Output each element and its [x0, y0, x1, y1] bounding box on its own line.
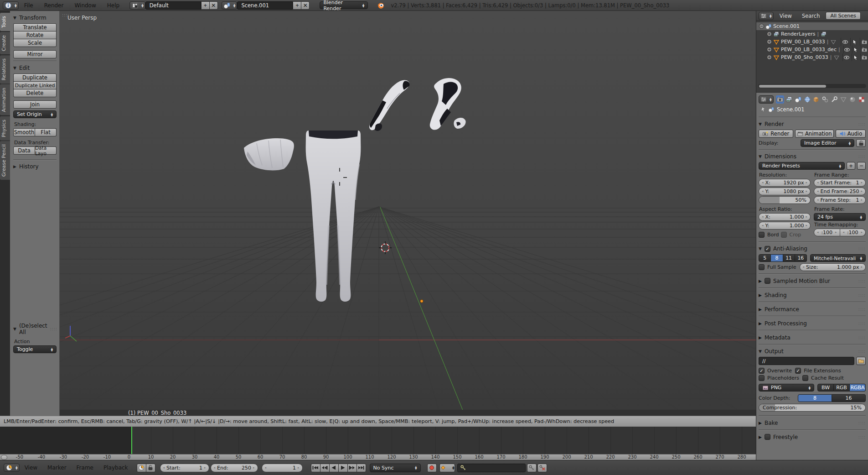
collapse-icon[interactable]: −: [759, 24, 764, 29]
pin-icon[interactable]: [760, 106, 766, 113]
selectable-cursor-icon[interactable]: [852, 54, 859, 61]
frame-rate-select[interactable]: 24 fps ▲▼: [814, 213, 866, 221]
aa-samples-8[interactable]: 8: [771, 254, 783, 262]
remap-old-field[interactable]: ◂:100▸: [814, 229, 840, 236]
menu-file[interactable]: File: [19, 2, 39, 9]
panel-grip-icon[interactable]: ::::: [858, 349, 866, 354]
delete-keyframe-button[interactable]: [537, 464, 547, 472]
panel-grip-icon[interactable]: ::::: [858, 154, 866, 159]
menu-help[interactable]: Help: [102, 2, 125, 9]
data-transfer-layout-button[interactable]: Data Layo: [35, 146, 57, 155]
aspect-y-field[interactable]: ◂Y: 1.000▸: [759, 222, 811, 230]
expand-icon[interactable]: +: [767, 31, 772, 37]
freestyle-checkbox[interactable]: [765, 434, 770, 440]
panel-grip-icon[interactable]: ::::: [858, 335, 866, 340]
color-mode-rgb[interactable]: RGB: [834, 384, 850, 391]
timeline-scrollbar-knob[interactable]: [1, 455, 7, 460]
render-animation-button[interactable]: Animation: [795, 130, 834, 138]
color-mode-rgba[interactable]: RGBA: [850, 384, 866, 391]
editor-type-button[interactable]: ▲▼: [3, 1, 19, 10]
full-sample-checkbox[interactable]: Full Sample: [759, 263, 796, 271]
panel-header-dimensions[interactable]: ▼ Dimensions ::::: [759, 152, 866, 161]
tab-object-data[interactable]: [839, 95, 848, 104]
color-mode-bw[interactable]: BW: [817, 384, 834, 391]
aa-samples-16[interactable]: 16: [795, 254, 807, 262]
tool-tab-tools[interactable]: Tools: [0, 13, 10, 31]
screen-layout-name-field[interactable]: Default: [145, 1, 201, 10]
panel-header-edit[interactable]: ▼ Edit: [13, 64, 57, 72]
join-button[interactable]: Join: [13, 100, 57, 109]
aa-filter-select[interactable]: Mitchell-Netravali ▲▼: [810, 254, 866, 262]
panel-header-antialiasing[interactable]: ▼ ✓ Anti-Aliasing ::::: [759, 245, 866, 253]
viewport-3d[interactable]: :::: User Persp (1) PEW_00_Sho_0033: [60, 11, 756, 416]
panel-grip-icon[interactable]: ::::: [858, 246, 866, 251]
aspect-x-field[interactable]: ◂X: 1.000▸: [759, 213, 811, 221]
browse-folder-button[interactable]: [856, 357, 866, 365]
crop-checkbox[interactable]: Crop: [781, 232, 801, 238]
auto-keyframe-record-button[interactable]: [427, 464, 437, 472]
screen-layout-selector-button[interactable]: ▲▼: [129, 1, 145, 10]
resolution-y-field[interactable]: ◂Y: 1080 px▸: [759, 188, 811, 195]
visibility-eye-icon[interactable]: [843, 54, 850, 61]
frame-step-field[interactable]: ◂Frame Step: 1▸: [814, 196, 866, 204]
add-scene-button[interactable]: +: [293, 1, 301, 10]
panel-grip-icon[interactable]: ::::: [858, 279, 866, 283]
selectable-cursor-icon[interactable]: [852, 39, 858, 45]
tab-constraints[interactable]: [821, 95, 830, 104]
compression-slider[interactable]: Compression: 15%: [759, 404, 866, 412]
panel-header-history[interactable]: ▶ History: [13, 162, 57, 171]
tab-texture[interactable]: [857, 95, 866, 104]
object-origin-dot[interactable]: [420, 300, 424, 303]
end-frame-field[interactable]: ◂End Frame: 250▸: [814, 188, 866, 195]
rotate-button[interactable]: Rotate: [13, 31, 57, 39]
end-frame-field[interactable]: ◂End: 250▸: [211, 464, 258, 472]
panel-grip-icon[interactable]: ::::: [858, 321, 866, 326]
scale-button[interactable]: Scale: [13, 39, 57, 47]
add-preset-button[interactable]: +: [847, 162, 855, 170]
outliner-menu-view[interactable]: View: [775, 13, 796, 19]
panel-grip-icon[interactable]: ::::: [858, 293, 866, 298]
duplicate-linked-button[interactable]: Duplicate Linked: [13, 81, 57, 89]
play-reverse-button[interactable]: [329, 464, 339, 472]
outliner-row-object[interactable]: + PEW_00_LB_0033_dec |: [756, 46, 868, 53]
expand-icon[interactable]: +: [767, 55, 772, 60]
remove-layout-button[interactable]: ✕: [209, 1, 218, 10]
render-presets-select[interactable]: Render Presets ▲▼: [759, 162, 845, 170]
current-frame-field[interactable]: ◂1▸: [262, 464, 303, 472]
aa-samples-segment[interactable]: 5 8 11 16: [759, 254, 807, 262]
delete-button[interactable]: Delete: [13, 89, 57, 97]
shade-flat-button[interactable]: Flat: [35, 128, 57, 136]
play-button[interactable]: [338, 464, 348, 472]
remove-scene-button[interactable]: ✕: [301, 1, 310, 10]
start-frame-field[interactable]: ◂Start Frame: 1▸: [814, 179, 866, 187]
panel-header-metadata[interactable]: ▶ Metadata ::::: [759, 333, 866, 342]
selectable-cursor-icon[interactable]: [852, 47, 859, 53]
timeline-menu-view[interactable]: View: [20, 465, 42, 471]
panel-header-bake[interactable]: ▶ Bake ::::: [759, 418, 866, 427]
viewport-scene[interactable]: [60, 11, 756, 416]
placeholders-checkbox[interactable]: Placeholders: [759, 375, 799, 381]
playhead[interactable]: [131, 427, 132, 454]
file-format-select[interactable]: PNG ▲▼: [759, 384, 814, 391]
next-keyframe-button[interactable]: [347, 464, 357, 472]
renderable-camera-icon[interactable]: [861, 39, 868, 45]
tool-tab-physics[interactable]: Physics: [0, 116, 10, 141]
panel-grip-icon[interactable]: ::::: [858, 307, 866, 312]
visibility-eye-icon[interactable]: [842, 39, 848, 45]
timeline-menu-frame[interactable]: Frame: [72, 465, 98, 471]
previous-keyframe-button[interactable]: [320, 464, 330, 472]
jump-to-start-button[interactable]: [311, 464, 320, 472]
tool-tab-create[interactable]: Create: [0, 32, 10, 54]
border-checkbox[interactable]: Bord: [759, 232, 779, 238]
active-keying-set-field[interactable]: [457, 464, 526, 472]
outliner-row-object[interactable]: + PEW_00_Sho_0033 |: [756, 53, 868, 61]
outliner-scrollbar[interactable]: [758, 84, 866, 88]
motion-blur-checkbox[interactable]: [765, 278, 770, 284]
add-layout-button[interactable]: +: [201, 1, 210, 10]
aa-samples-5[interactable]: 5: [759, 254, 771, 262]
timeline-tracks[interactable]: [0, 427, 756, 454]
antialiasing-checkbox[interactable]: ✓: [765, 246, 770, 252]
set-origin-select[interactable]: Set Origin ▲▼: [13, 110, 57, 118]
menu-render[interactable]: Render: [39, 2, 69, 9]
render-engine-select[interactable]: Blender Render ▲▼: [320, 1, 368, 9]
